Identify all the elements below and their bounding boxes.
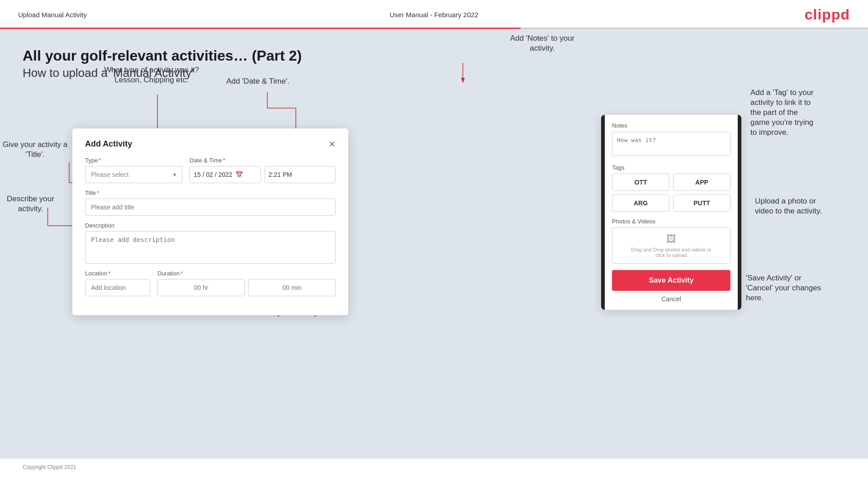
notes-section-label: Notes [612, 122, 730, 129]
location-group: Location* [85, 270, 150, 296]
title-group: Title* [85, 190, 336, 216]
modal-title: Add Activity [85, 139, 132, 149]
close-button[interactable]: ✕ [329, 140, 336, 148]
duration-group: Duration* [157, 270, 336, 296]
tags-section-label: Tags [612, 164, 730, 171]
duration-label: Duration* [157, 270, 336, 277]
annotation-save: 'Save Activity' or 'Cancel' your changes… [746, 273, 863, 303]
annotation-title: Give your activity a 'Title'. [0, 140, 75, 160]
date-field[interactable]: 15 / 02 / 2022 📅 [190, 166, 261, 183]
main-heading: All your golf-relevant activities… (Part… [23, 47, 845, 64]
description-textarea[interactable] [85, 231, 336, 264]
annotation-datetime: Add 'Date & Time'. [213, 76, 303, 86]
upload-icon: 🖼 [666, 233, 676, 245]
tag-app[interactable]: APP [673, 174, 730, 191]
description-label: Description [85, 222, 336, 229]
save-activity-button[interactable]: Save Activity [612, 270, 730, 291]
title-label: Title* [85, 190, 336, 196]
manual-title: User Manual - February 2022 [390, 11, 479, 19]
tag-putt[interactable]: PUTT [673, 194, 730, 212]
modal-header: Add Activity ✕ [85, 139, 336, 149]
annotation-notes: Add 'Notes' to your activity. [497, 33, 588, 53]
add-activity-modal: Add Activity ✕ Type* Please select Date … [72, 128, 348, 315]
duration-fields [157, 279, 336, 296]
title-input[interactable] [85, 199, 336, 216]
notes-section: Notes [612, 122, 730, 164]
main-content: All your golf-relevant activities… (Part… [0, 29, 868, 459]
page-label: Upload Manual Activity [18, 11, 87, 19]
location-duration-row: Location* Duration* [85, 270, 336, 296]
calendar-icon: 📅 [235, 171, 243, 178]
tag-arg[interactable]: ARG [612, 194, 669, 212]
datetime-group: Date & Time* 15 / 02 / 2022 📅 2:21 PM [190, 157, 336, 183]
type-group: Type* Please select [85, 157, 182, 183]
duration-hr-input[interactable] [157, 279, 245, 296]
datetime-fields: 15 / 02 / 2022 📅 2:21 PM [190, 166, 336, 183]
type-label: Type* [85, 157, 182, 164]
tag-ott[interactable]: OTT [612, 174, 669, 191]
type-datetime-row: Type* Please select Date & Time* 15 / 02… [85, 157, 336, 183]
description-group: Description [85, 222, 336, 264]
cancel-link[interactable]: Cancel [612, 295, 730, 303]
tags-section: Tags OTT APP ARG PUTT [612, 164, 730, 212]
annotation-description: Describe your activity. [0, 194, 66, 214]
annotation-photo: Upload a photo or video to the activity. [755, 196, 863, 216]
duration-min-input[interactable] [248, 279, 336, 296]
upload-text: Drag and Drop photos and videos or click… [631, 247, 711, 258]
annotation-tag: Add a 'Tag' to your activity to link it … [750, 88, 854, 137]
copyright: Copyright Clippd 2021 [0, 459, 868, 476]
top-bar: Upload Manual Activity User Manual - Feb… [0, 0, 868, 28]
time-field[interactable]: 2:21 PM [265, 166, 336, 183]
type-select-wrapper[interactable]: Please select [85, 166, 182, 183]
location-input[interactable] [85, 279, 150, 296]
location-label: Location* [85, 270, 150, 277]
photos-section: Photos & Videos 🖼 Drag and Drop photos a… [612, 218, 730, 264]
logo: clippd [805, 6, 850, 23]
notes-textarea[interactable] [612, 132, 730, 156]
annotation-type: What type of activity was it? Lesson, Ch… [93, 65, 210, 85]
type-select[interactable]: Please select [85, 166, 182, 183]
photos-label: Photos & Videos [612, 218, 730, 225]
upload-area[interactable]: 🖼 Drag and Drop photos and videos or cli… [612, 227, 730, 264]
datetime-label: Date & Time* [190, 157, 336, 164]
phone-panel: Notes Tags OTT APP ARG PUTT Photos & Vid… [601, 115, 741, 310]
tags-grid: OTT APP ARG PUTT [612, 174, 730, 212]
